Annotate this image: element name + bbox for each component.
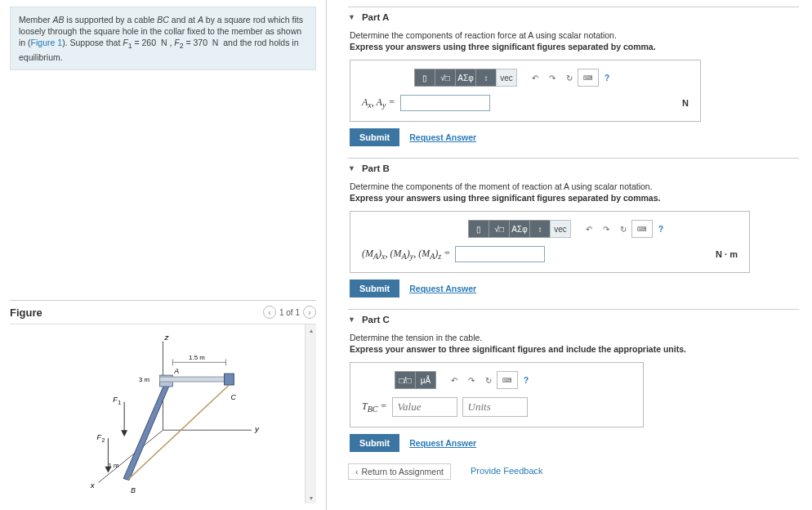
tb-greek[interactable]: ΑΣφ [455,69,476,87]
part-a-unit: N [682,98,689,108]
tb-accent[interactable]: ↕ [529,220,551,238]
figure-link[interactable]: Figure 1 [31,38,63,47]
part-b-unit: N · m [716,249,738,259]
provide-feedback[interactable]: Provide Feedback [471,463,543,480]
part-b-title: Part B [362,163,390,173]
tb-vec[interactable]: vec [496,69,517,87]
part-c: ▼ Part C Determine the tension in the ca… [348,309,799,452]
tb-sqrt[interactable]: √□ [435,69,456,87]
toolbar-a: ▯ √□ ΑΣφ ↕ vec ↶ ↷ ↻ ⌨ ? [414,69,689,87]
figure-section: Figure ‹ 1 of 1 › z y x [10,300,316,503]
request-answer-a[interactable]: Request Answer [409,132,476,142]
reset-icon[interactable]: ↻ [614,220,632,238]
part-a-format: Express your answers using three signifi… [350,42,799,51]
svg-text:3 m: 3 m [139,376,150,383]
left-column: Member AB is supported by a cable BC and… [0,0,327,510]
tb-sqrt[interactable]: √□ [489,220,510,238]
svg-rect-9 [225,374,234,385]
part-b-label: (MA)x, (MA)y, (MA)z = [362,248,450,261]
part-c-label: TBC = [362,400,387,414]
part-b-answer-box: ▯ √□ ΑΣφ ↕ vec ↶ ↷ ↻ ⌨ ? (MA)x, (MA)y, (… [350,211,750,273]
svg-marker-21 [121,430,127,436]
keyboard-icon[interactable]: ⌨ [578,69,599,87]
svg-rect-8 [160,377,230,382]
pager-prev[interactable]: ‹ [263,306,276,319]
keyboard-icon[interactable]: ⌨ [497,371,518,389]
collapse-icon[interactable]: ▼ [348,164,355,172]
svg-marker-6 [123,382,170,480]
part-b-instruction: Determine the components of the moment o… [350,181,799,191]
svg-text:2: 2 [102,437,105,443]
pager-next[interactable]: › [303,306,316,319]
collapse-icon[interactable]: ▼ [348,315,355,324]
help-icon[interactable]: ? [652,220,670,238]
svg-text:1.5 m: 1.5 m [189,354,205,361]
return-to-assignment[interactable]: ‹ Return to Assignment [348,463,451,480]
figure-pager: ‹ 1 of 1 › [263,306,316,319]
part-b-format: Express your answers using three signifi… [350,193,799,203]
part-b-input[interactable] [455,246,545,262]
tb-vec[interactable]: vec [550,220,571,238]
tb-templates[interactable]: ▯ [414,69,435,87]
undo-icon[interactable]: ↶ [445,371,463,389]
svg-text:A: A [173,367,179,375]
undo-icon[interactable]: ↶ [526,69,544,87]
toolbar-c: □/□ μÅ ↶ ↷ ↻ ⌨ ? [395,371,631,389]
part-c-value-input[interactable] [392,397,457,417]
part-c-answer-box: □/□ μÅ ↶ ↷ ↻ ⌨ ? TBC = [350,362,644,427]
problem-statement: Member AB is supported by a cable BC and… [10,7,316,70]
tb-templates[interactable]: ▯ [468,220,489,238]
right-column: ▼ Part A Determine the components of rea… [327,0,812,510]
svg-text:1: 1 [118,400,121,405]
svg-text:B: B [131,486,136,494]
request-answer-c[interactable]: Request Answer [409,438,476,448]
collapse-icon[interactable]: ▼ [348,13,355,21]
pager-text: 1 of 1 [279,308,300,317]
part-c-format: Express your answer to three significant… [350,344,799,354]
reset-icon[interactable]: ↻ [560,69,578,87]
svg-text:x: x [90,481,96,490]
toolbar-b: ▯ √□ ΑΣφ ↕ vec ↶ ↷ ↻ ⌨ ? [468,220,738,238]
keyboard-icon[interactable]: ⌨ [631,220,653,238]
figure-scrollbar[interactable]: ▴ ▾ [305,324,316,503]
scroll-up-icon[interactable]: ▴ [306,324,316,336]
tb-greek[interactable]: ΑΣφ [509,220,530,238]
part-a: ▼ Part A Determine the components of rea… [348,7,799,146]
part-b: ▼ Part B Determine the components of the… [348,158,799,298]
redo-icon[interactable]: ↷ [462,371,480,389]
scroll-down-icon[interactable]: ▾ [306,492,316,503]
chevron-left-icon: ‹ [355,467,359,476]
part-a-answer-box: ▯ √□ ΑΣφ ↕ vec ↶ ↷ ↻ ⌨ ? Ax, Ay = [350,60,701,122]
tb-frac[interactable]: □/□ [395,371,416,389]
svg-marker-25 [105,467,111,473]
redo-icon[interactable]: ↷ [597,220,615,238]
part-c-instruction: Determine the tension in the cable. [350,333,799,342]
svg-text:C: C [230,393,236,401]
figure-canvas: z y x A C [10,324,316,503]
submit-button-a[interactable]: Submit [350,128,399,146]
figure-title: Figure [10,306,42,319]
help-icon[interactable]: ? [517,371,535,389]
tb-units[interactable]: μÅ [415,371,436,389]
part-c-title: Part C [362,315,390,324]
help-icon[interactable]: ? [598,69,616,87]
part-a-input[interactable] [400,95,490,111]
reset-icon[interactable]: ↻ [480,371,497,389]
tb-accent[interactable]: ↕ [475,69,497,87]
request-answer-b[interactable]: Request Answer [409,284,476,293]
undo-icon[interactable]: ↶ [580,220,598,238]
submit-button-b[interactable]: Submit [350,280,399,298]
svg-text:y: y [254,424,260,433]
redo-icon[interactable]: ↷ [543,69,561,87]
part-a-instruction: Determine the components of reaction for… [350,30,799,40]
part-a-title: Part A [362,12,389,22]
part-a-label: Ax, Ay = [362,96,395,110]
part-c-units-input[interactable] [462,397,528,417]
footer: ‹ Return to Assignment Provide Feedback [348,463,799,480]
submit-button-c[interactable]: Submit [350,434,399,452]
svg-text:z: z [163,333,168,342]
